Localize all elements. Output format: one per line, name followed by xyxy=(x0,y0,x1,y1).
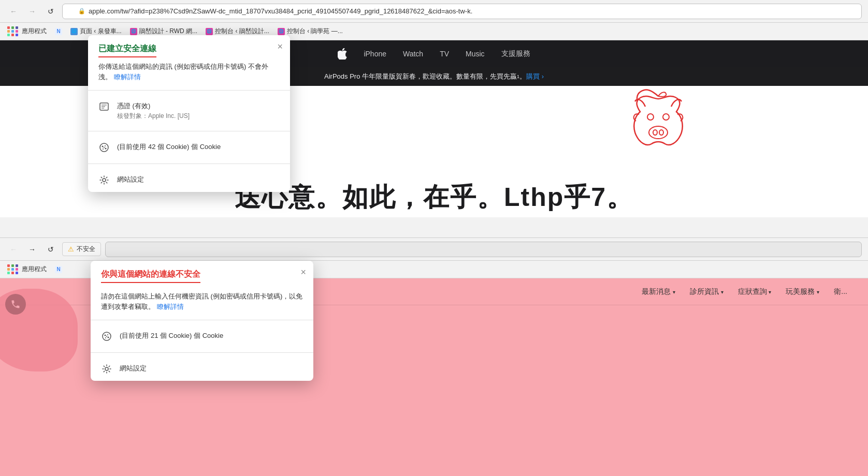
security-popup-secure: 已建立安全連線 你傳送給這個網站的資訊 (例如密碼或信用卡號碼) 不會外洩。 瞭… xyxy=(88,35,290,192)
apple-nav-watch[interactable]: Watch xyxy=(403,50,423,58)
cookie-icon xyxy=(98,142,110,153)
bookmark-1[interactable]: 🌐 頁面 ‹ 泉發車... xyxy=(70,27,122,36)
popup-title-insecure-wrap: 你與這個網站的連線不安全 xyxy=(101,269,303,287)
insecure-warning-chip[interactable]: ⚠ 不安全 xyxy=(62,242,101,256)
popup-close-secure[interactable]: × xyxy=(277,41,283,52)
address-input-top[interactable]: 🔒 apple.com/tw/?afid=p238%7Csd9nZSawW-dc… xyxy=(62,4,862,19)
apple-nav-music[interactable]: Music xyxy=(466,50,485,58)
divider-2 xyxy=(88,131,290,131)
divider-bottom-2 xyxy=(91,352,313,353)
svg-point-17 xyxy=(105,335,106,336)
popup-title-secure: 已建立安全連線 xyxy=(98,43,280,62)
bookmark-1-label: 頁面 ‹ 泉發車... xyxy=(80,27,122,36)
popup-header-insecure: 你與這個網站的連線不安全 請勿在這個網站上輸入任何機密資訊 (例如密碼或信用卡號… xyxy=(91,261,313,316)
divider-1 xyxy=(88,90,290,91)
popup-learn-more-secure[interactable]: 瞭解詳情 xyxy=(114,73,141,81)
svg-point-11 xyxy=(105,145,106,146)
address-bar-bottom: ← → ↺ ⚠ 不安全 xyxy=(0,238,868,261)
apple-promo-text: 送心意。如此，在乎。Lthp乎7。 xyxy=(235,180,633,215)
bookmark-2[interactable]: 🌐 鵑嵆設計 - RWD 網... xyxy=(130,27,197,36)
svg-point-20 xyxy=(108,337,109,338)
bookmark-4-label: 控制台 ‹ 鵑學苑 —... xyxy=(287,27,343,36)
popup-cookie-row-bottom[interactable]: (目前使用 21 個 Cookie) 個 Cookie xyxy=(91,324,313,348)
chevron-down-icon-3: ▾ xyxy=(769,289,771,295)
divider-bottom-1 xyxy=(91,320,313,320)
cert-text: 憑證 (有效) 核發對象：Apple Inc. [US] xyxy=(117,101,190,121)
popup-desc-secure: 你傳送給這個網站的資訊 (例如密碼或信用卡號碼) 不會外洩。 瞭解詳情 xyxy=(98,62,280,82)
popup-cookie-row[interactable]: (目前使用 42 個 Cookie) 個 Cookie xyxy=(88,136,290,159)
svg-point-21 xyxy=(106,336,107,337)
apple-banner-text: AirPods Pro 牛年限量版賀新春，歡迎收藏。數量有限，先買先贏 xyxy=(324,72,517,81)
apple-nav-support[interactable]: 支援服務 xyxy=(501,49,530,58)
bookmark-3[interactable]: 🌐 控制台 ‹ 鵑嵆設計... xyxy=(206,27,269,36)
bookmark-n[interactable]: N xyxy=(55,28,62,35)
popup-close-insecure[interactable]: × xyxy=(300,267,306,278)
warning-triangle-icon: ⚠ xyxy=(68,245,74,253)
svg-point-18 xyxy=(107,334,108,335)
cookie-icon-bottom xyxy=(101,331,112,342)
address-text-top: apple.com/tw/?afid=p238%7Csd9nZSawW-dc_m… xyxy=(89,7,472,15)
svg-point-13 xyxy=(105,147,107,149)
security-popup-insecure: 你與這個網站的連線不安全 請勿在這個網站上輸入任何機密資訊 (例如密碼或信用卡號… xyxy=(91,261,313,381)
apple-banner-link[interactable]: 購買 › xyxy=(526,72,544,81)
bookmark-3-label: 控制台 ‹ 鵑嵆設計... xyxy=(215,27,269,36)
settings-icon-bottom xyxy=(101,363,112,375)
popup-cert-row: 憑證 (有效) 核發對象：Apple Inc. [US] xyxy=(88,95,290,127)
address-bar-top: ← → ↺ 🔒 apple.com/tw/?afid=p238%7Csd9nZS… xyxy=(0,0,868,23)
settings-icon-top xyxy=(98,174,110,186)
chevron-down-icon-4: ▾ xyxy=(817,289,819,295)
chevron-down-icon-1: ▾ xyxy=(673,289,675,295)
svg-point-3 xyxy=(647,114,654,120)
settings-text-bottom: 網站設定 xyxy=(120,363,147,374)
pink-blob xyxy=(0,289,78,371)
bottom-nav-news[interactable]: 最新消息 ▾ xyxy=(642,287,675,296)
cookie-text: (目前使用 42 個 Cookie) 個 Cookie xyxy=(117,142,221,152)
svg-point-14 xyxy=(104,147,105,148)
insecure-label: 不安全 xyxy=(77,245,95,254)
svg-point-12 xyxy=(103,148,104,150)
apple-banner-sep: 。 xyxy=(519,72,526,81)
bottom-nav-clinic[interactable]: 診所資訊 ▾ xyxy=(690,287,724,296)
cookie-text-bottom: (目前使用 21 個 Cookie) 個 Cookie xyxy=(120,331,223,341)
divider-3 xyxy=(88,163,290,164)
address-input-bottom[interactable] xyxy=(105,242,862,257)
svg-point-10 xyxy=(102,145,104,147)
chevron-down-icon-2: ▾ xyxy=(721,289,724,295)
apple-nav-tv[interactable]: TV xyxy=(440,50,449,58)
popup-learn-more-insecure[interactable]: 瞭解詳情 xyxy=(157,303,184,310)
bookmark-apps-label-bottom: 應用程式 xyxy=(22,265,47,274)
forward-button-top[interactable]: → xyxy=(25,4,39,19)
svg-point-15 xyxy=(103,178,106,182)
settings-text-top: 網站設定 xyxy=(117,174,144,185)
apple-nav-iphone[interactable]: iPhone xyxy=(364,50,386,58)
popup-settings-row[interactable]: 網站設定 xyxy=(88,168,290,192)
popup-desc-insecure: 請勿在這個網站上輸入任何機密資訊 (例如密碼或信用卡號碼)，以免遭到攻擊者竊取。… xyxy=(101,291,303,311)
forward-button-bottom[interactable]: → xyxy=(25,242,39,257)
bookmark-4[interactable]: 🌐 控制台 ‹ 鵑學苑 —... xyxy=(278,27,343,36)
refresh-button-bottom[interactable]: ↺ xyxy=(44,242,58,257)
refresh-button-top[interactable]: ↺ xyxy=(44,4,58,19)
lock-icon-top: 🔒 xyxy=(78,8,85,14)
svg-point-1 xyxy=(653,130,657,135)
bookmark-apps-bottom[interactable]: 應用程式 xyxy=(6,263,47,275)
bookmark-apps-label: 應用程式 xyxy=(22,27,47,36)
bottom-nav-symptoms[interactable]: 症狀查詢 ▾ xyxy=(738,287,772,296)
apple-nav-logo xyxy=(338,48,347,60)
back-button-top[interactable]: ← xyxy=(6,4,21,19)
bookmark-apps[interactable]: 應用程式 xyxy=(6,25,47,37)
bottom-nav-beauty[interactable]: 玩美服務 ▾ xyxy=(786,287,819,296)
svg-point-4 xyxy=(663,114,669,120)
svg-point-2 xyxy=(659,130,663,135)
svg-point-0 xyxy=(649,126,668,139)
popup-settings-row-bottom[interactable]: 網站設定 xyxy=(91,357,313,381)
back-button-bottom[interactable]: ← xyxy=(6,242,21,257)
svg-point-19 xyxy=(105,337,106,338)
svg-point-22 xyxy=(105,367,108,370)
bookmark-2-label: 鵑嵆設計 - RWD 網... xyxy=(139,27,197,36)
bottom-nav-other[interactable]: 衛... xyxy=(834,287,847,296)
bookmark-n-bottom[interactable]: N xyxy=(55,266,62,273)
apple-cow-logo xyxy=(625,86,692,163)
popup-header-secure: 已建立安全連線 你傳送給這個網站的資訊 (例如密碼或信用卡號碼) 不會外洩。 瞭… xyxy=(88,35,290,86)
cert-icon xyxy=(98,101,110,112)
